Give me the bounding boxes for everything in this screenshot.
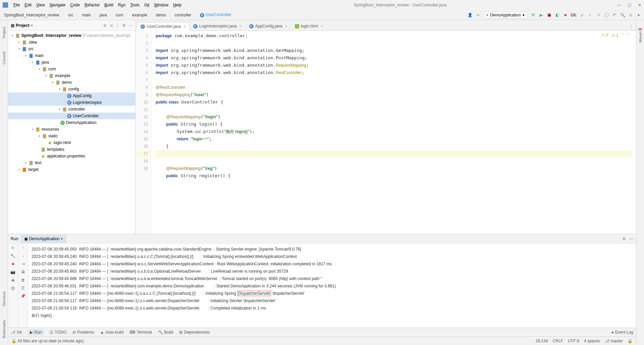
run-hammer-icon[interactable]: ⚒ — [530, 12, 536, 18]
tree-node[interactable]: CLoginInterceptor — [8, 99, 135, 106]
back-icon[interactable]: ↩ — [476, 12, 481, 18]
ts-git[interactable]: ⎇ Git — [11, 330, 22, 335]
clear-icon[interactable]: 🗑 — [21, 278, 25, 282]
menu-help[interactable]: Help — [171, 2, 183, 8]
menu-tools[interactable]: Tools — [128, 2, 142, 8]
filter-icon[interactable]: ☰ — [21, 286, 25, 290]
tree-node[interactable]: ▾▇java — [8, 59, 135, 66]
run-exit-icon[interactable]: ⏏ — [11, 278, 15, 282]
hide-icon[interactable]: — — [128, 23, 132, 28]
close-icon[interactable]: ✕ — [638, 3, 641, 7]
crumb-example[interactable]: example — [130, 12, 148, 18]
crumb-src[interactable]: src — [67, 12, 75, 18]
ts-eventlog[interactable]: ● Event Log — [611, 330, 633, 335]
status-pos[interactable]: 26:134 — [536, 339, 548, 343]
menu-edit[interactable]: Edit — [22, 2, 34, 8]
chevron-down-icon[interactable]: ▾ — [31, 23, 33, 28]
menu-file[interactable]: File — [11, 2, 22, 8]
status-lock2-icon[interactable]: 🔒 — [628, 339, 633, 343]
menu-git[interactable]: Git — [142, 2, 151, 8]
ts-terminal[interactable]: ⌨ Terminal — [129, 330, 152, 335]
tab-logininterceptor[interactable]: CLoginInterceptor.java× — [190, 22, 245, 30]
code-editor[interactable]: 12345678910111213141516171819 package co… — [136, 31, 636, 234]
ts-todo[interactable]: ☑ TODO — [50, 330, 66, 335]
run-config-selector[interactable]: DemoApplication ▾ — [484, 12, 528, 18]
warn-yellow-icon[interactable]: ⚠ 6 — [601, 33, 608, 38]
menu-run[interactable]: Run — [116, 2, 127, 8]
tree-node[interactable]: CAppConfig — [8, 92, 135, 99]
ts-deps[interactable]: ⊞ Dependencies — [179, 330, 210, 335]
debug-icon[interactable]: 🐞 — [546, 12, 552, 18]
ts-problems[interactable]: ⊘ Problems — [72, 330, 94, 335]
run-layout-icon[interactable]: ▤ — [11, 286, 15, 290]
scroll-up-icon[interactable]: ↑ — [22, 246, 24, 250]
tree-node[interactable]: ◆application.properties — [8, 153, 135, 159]
menu-view[interactable]: View — [34, 2, 47, 8]
gear-icon[interactable]: ⚙ — [122, 23, 126, 28]
menu-window[interactable]: Window — [152, 2, 170, 8]
tree-node[interactable]: ▾▇example — [8, 72, 135, 79]
stop-icon[interactable]: ■ — [562, 12, 568, 18]
menu-navigate[interactable]: Navigate — [48, 2, 67, 8]
ide-settings-icon[interactable]: ⊕ — [628, 12, 633, 18]
close-tab-icon[interactable]: × — [321, 24, 323, 28]
warn-orange-icon[interactable]: ⚠ 1 — [611, 33, 619, 38]
rerun-icon[interactable]: ↻ — [11, 246, 15, 250]
tree-node[interactable]: ▾▇main — [8, 52, 135, 59]
git-commit-icon[interactable]: ✓ — [588, 12, 593, 18]
tree-node[interactable]: ▾▇demo — [8, 79, 135, 86]
run-camera-icon[interactable]: 📷 — [10, 270, 15, 274]
ts-run[interactable]: ▶ Run — [28, 329, 44, 335]
tree-node[interactable]: ▾▇static — [8, 133, 135, 139]
soft-wrap-icon[interactable]: ⇥ — [21, 262, 25, 266]
tab-structure-stripe[interactable]: Structure — [2, 291, 6, 306]
code-content[interactable]: package com.example.demo.controller; imp… — [152, 31, 636, 234]
status-lock-icon[interactable]: 🔓 — [11, 339, 16, 343]
tree-node[interactable]: ▾▇com — [8, 66, 135, 72]
tree-node[interactable]: ▇templates — [8, 146, 135, 153]
close-tab-icon[interactable]: × — [285, 24, 287, 28]
print-icon[interactable]: 🖶 — [21, 270, 25, 274]
tree-node[interactable]: ◆login.html — [8, 139, 135, 146]
tree-node[interactable]: CUserController — [8, 113, 135, 119]
crumb-demo[interactable]: demo — [155, 12, 167, 18]
run-gear-icon[interactable]: ⚙ — [622, 236, 626, 241]
git-rollback-icon[interactable]: ↶ — [612, 12, 617, 18]
scroll-down-icon[interactable]: ↓ — [22, 254, 24, 258]
tree-root[interactable]: ▾▇SpringBoot_Interceptor_review D:\Java\… — [8, 32, 135, 39]
tab-maven-stripe[interactable]: Maven — [638, 31, 642, 43]
tree-node[interactable]: ▸▇target — [8, 166, 135, 173]
ts-build[interactable]: 🔨 Build — [158, 330, 173, 335]
run-tab[interactable]: ▣ DemoApplication × — [21, 235, 66, 243]
tab-usercontroller[interactable]: CUserController.java× — [137, 22, 190, 31]
collapse-icon[interactable]: ⋮ — [115, 23, 119, 28]
expand-icon[interactable]: ⇲ — [109, 23, 113, 28]
tab-appconfig[interactable]: CAppConfig.java× — [246, 22, 291, 30]
add-user-icon[interactable]: 👤 — [468, 12, 473, 18]
run-play-icon[interactable]: ▶ — [538, 12, 544, 18]
menu-refactor[interactable]: Refactor — [83, 2, 102, 8]
pin-icon[interactable]: 📌 — [20, 294, 25, 298]
tree-node[interactable]: ▸▇test — [8, 159, 135, 166]
tree-node[interactable]: ▸▇.idea — [8, 39, 135, 46]
menu-code[interactable]: Code — [68, 2, 82, 8]
menu-build[interactable]: Build — [102, 2, 115, 8]
maximize-icon[interactable]: ▢ — [628, 3, 631, 7]
nav-down-icon[interactable]: ˅ — [627, 33, 629, 38]
run-attach-icon[interactable]: 🔧 — [10, 254, 15, 258]
tree-node[interactable]: CDemoApplication — [8, 119, 135, 126]
ide-more-icon[interactable]: ➤ — [636, 12, 641, 18]
crumb-java[interactable]: java — [98, 12, 108, 18]
close-tab-icon[interactable]: × — [239, 24, 241, 28]
crumb-controller[interactable]: controller — [173, 12, 193, 18]
tab-loginhtml[interactable]: login.html× — [291, 22, 327, 30]
tab-project-stripe[interactable]: Project — [2, 27, 6, 38]
git-push-icon[interactable]: ↗ — [596, 12, 601, 18]
status-indent[interactable]: 4 spaces — [584, 339, 600, 343]
status-branch[interactable]: ⎇ master — [605, 339, 623, 343]
tab-commit-stripe[interactable]: Commit — [2, 52, 6, 64]
git-update-icon[interactable]: ↙ — [580, 12, 585, 18]
tree-node[interactable]: ▾▇resources — [8, 126, 135, 133]
crumb-project[interactable]: SpringBoot_Interceptor_review — [3, 12, 61, 18]
run-stop-icon[interactable]: ■ — [12, 262, 14, 266]
